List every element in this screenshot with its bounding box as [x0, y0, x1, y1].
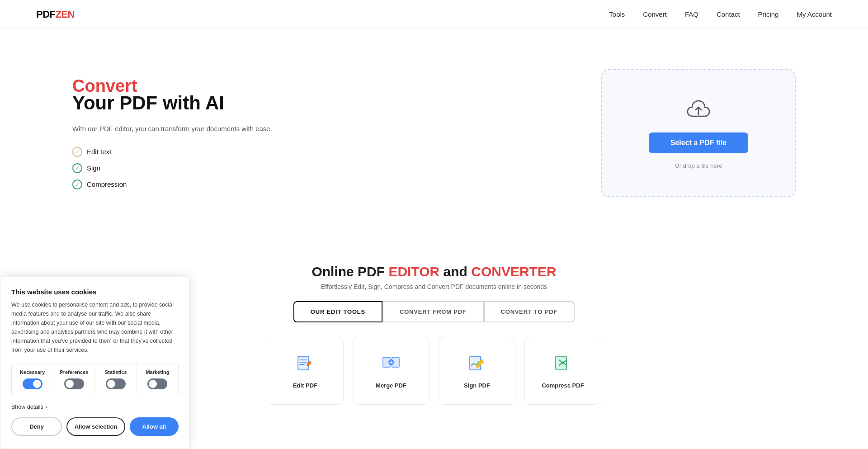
feature-label-edit: Edit text: [87, 148, 111, 156]
select-pdf-button[interactable]: Select a PDF file: [649, 132, 748, 153]
upload-box: Select a PDF file Or drop a file here: [601, 69, 796, 197]
cookie-banner: This website uses cookies We use cookies…: [0, 277, 190, 432]
check-icon-edit: ✓: [72, 147, 82, 157]
hero-section: Convert Your PDF with AI With our PDF ed…: [0, 29, 868, 246]
tool-card-compress[interactable]: Compress PDF: [524, 337, 601, 405]
deny-button[interactable]: Deny: [11, 417, 62, 432]
show-details-label: Show details: [11, 404, 43, 410]
nav-pricing[interactable]: Pricing: [758, 10, 779, 18]
tool-label-merge: Merge PDF: [376, 382, 406, 389]
tab-convert-from[interactable]: CONVERT FROM PDF: [382, 301, 484, 322]
toggle-statistics-thumb: [107, 380, 115, 388]
hero-subtitle: With our PDF editor, you can transform y…: [72, 123, 272, 134]
upload-cloud-icon: [686, 97, 711, 123]
svg-rect-1: [298, 356, 309, 370]
toggle-necessary-thumb: [33, 380, 41, 388]
check-icon-sign: ✓: [72, 163, 82, 173]
nav-links: Tools Convert FAQ Contact Pricing My Acc…: [609, 10, 832, 18]
compress-pdf-icon: [553, 353, 573, 377]
toggle-statistics-switch[interactable]: [106, 378, 126, 389]
toggle-preferences-switch[interactable]: [64, 378, 84, 389]
section-title-editor: EDITOR: [388, 264, 439, 279]
section-title-and: and: [439, 264, 471, 279]
hero-left: Convert Your PDF with AI With our PDF ed…: [72, 76, 272, 189]
navbar: PDFZEN Tools Convert FAQ Contact Pricing…: [0, 0, 868, 29]
toggle-marketing-label: Marketing: [146, 369, 169, 375]
upload-drop-label: Or drop a file here: [675, 162, 722, 169]
logo-pdf: PDF: [36, 9, 56, 20]
allow-selection-button[interactable]: Allow selection: [66, 417, 125, 432]
cookie-toggles: Necessary Preferences Statistics Marketi…: [11, 364, 179, 395]
toggle-marketing-switch[interactable]: [147, 378, 167, 389]
tool-label-sign: Sign PDF: [464, 382, 490, 389]
toggle-preferences-label: Preferences: [60, 369, 88, 375]
tool-card-merge[interactable]: Merge PDF: [353, 337, 429, 405]
toggle-necessary-label: Necessary: [20, 369, 45, 375]
show-details-link[interactable]: Show details ›: [11, 404, 47, 410]
toggle-marketing-thumb: [149, 380, 157, 388]
toggle-necessary: Necessary: [12, 364, 53, 395]
tab-edit-tools[interactable]: OUR EDIT TOOLS: [293, 301, 382, 322]
tool-label-edit: Edit PDF: [293, 382, 317, 389]
chevron-right-icon: ›: [45, 404, 47, 410]
cookie-description: We use cookies to personalise content an…: [11, 300, 179, 354]
logo[interactable]: PDFZEN: [36, 9, 75, 20]
toggle-preferences-thumb: [66, 380, 74, 388]
tab-convert-to[interactable]: CONVERT TO PDF: [484, 301, 575, 322]
tool-card-edit[interactable]: Edit PDF: [267, 337, 344, 405]
toggle-statistics: Statistics: [95, 364, 137, 395]
toggle-statistics-label: Statistics: [105, 369, 127, 375]
toggle-necessary-switch[interactable]: [23, 378, 42, 389]
check-icon-compression: ✓: [72, 180, 82, 189]
nav-contact[interactable]: Contact: [717, 10, 740, 18]
hero-title: Your PDF with AI: [72, 92, 272, 114]
sign-pdf-icon: [467, 353, 487, 377]
toggle-preferences: Preferences: [53, 364, 95, 395]
feature-label-compression: Compression: [87, 180, 127, 188]
nav-convert[interactable]: Convert: [643, 10, 667, 18]
feature-sign: ✓ Sign: [72, 163, 272, 173]
cookie-actions: Deny Allow selection Allow all: [11, 417, 179, 432]
edit-pdf-icon: [295, 353, 315, 377]
feature-compression: ✓ Compression: [72, 180, 272, 189]
merge-pdf-icon: [381, 353, 401, 377]
tool-card-sign[interactable]: Sign PDF: [439, 337, 515, 405]
section-title-converter: CONVERTER: [471, 264, 556, 279]
allow-all-button[interactable]: Allow all: [130, 417, 179, 432]
nav-faq[interactable]: FAQ: [685, 10, 698, 18]
section-title-start: Online PDF: [311, 264, 388, 279]
feature-label-sign: Sign: [87, 164, 100, 172]
logo-zen: ZEN: [56, 9, 75, 20]
feature-list: ✓ Edit text ✓ Sign ✓ Compression: [72, 147, 272, 189]
tool-label-compress: Compress PDF: [542, 382, 584, 389]
nav-myaccount[interactable]: My Account: [797, 10, 832, 18]
feature-edit-text: ✓ Edit text: [72, 147, 272, 157]
nav-tools[interactable]: Tools: [609, 10, 625, 18]
toggle-marketing: Marketing: [137, 364, 178, 395]
cookie-title: This website uses cookies: [11, 288, 179, 296]
